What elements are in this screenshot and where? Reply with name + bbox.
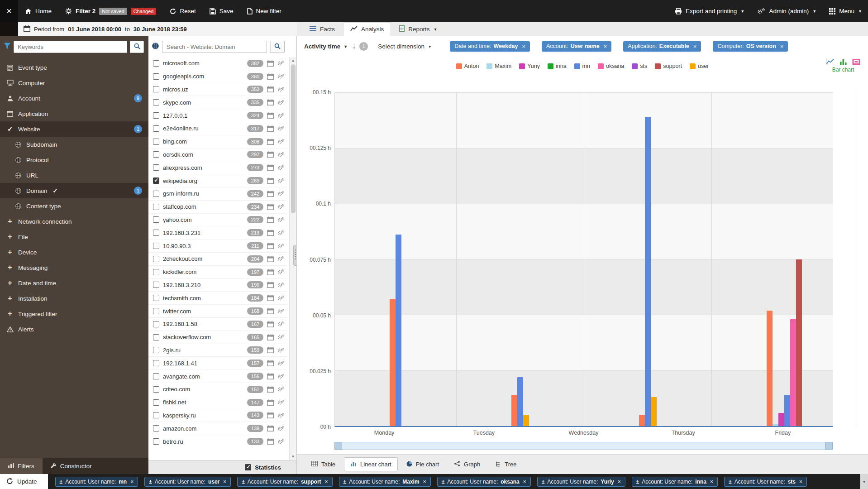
checkbox[interactable] [153, 151, 159, 158]
checkbox[interactable] [153, 164, 159, 171]
list-item[interactable]: criteo.com151 [148, 383, 287, 396]
calendar-icon[interactable] [267, 230, 274, 236]
tab-tree[interactable]: Tree [489, 457, 523, 472]
sort-direction-icon[interactable]: ↓ [352, 42, 356, 50]
checkbox[interactable] [153, 191, 159, 197]
account-chip-support[interactable]: ±Account: User name:support× [237, 477, 332, 487]
calendar-icon[interactable] [267, 334, 274, 340]
settings-gears-icon[interactable] [277, 295, 285, 301]
sidebar-item-messaging[interactable]: +Messaging [0, 260, 148, 275]
checkbox[interactable] [153, 399, 159, 406]
sidebar-item-subdomain[interactable]: Subdomain [0, 137, 148, 152]
scroll-down-icon[interactable]: ▾ [860, 474, 868, 489]
checkbox[interactable] [153, 60, 159, 67]
settings-gears-icon[interactable] [277, 360, 285, 366]
settings-gears-icon[interactable] [277, 230, 285, 236]
legend-item-mn[interactable]: mn [574, 63, 590, 69]
domain-search-input[interactable] [162, 41, 267, 53]
statistics-checkbox[interactable] [245, 464, 251, 470]
calendar-icon[interactable] [267, 191, 274, 197]
close-icon[interactable]: × [693, 43, 697, 50]
checkbox[interactable] [153, 73, 159, 80]
calendar-icon[interactable] [267, 347, 274, 353]
scroll-handle-right[interactable] [825, 442, 833, 450]
legend-item-support[interactable]: support [655, 63, 682, 69]
line-chart-icon[interactable] [825, 58, 835, 66]
list-item[interactable]: 10.90.90.3211 [148, 240, 287, 253]
close-button[interactable]: × [0, 0, 18, 22]
legend-item-user[interactable]: user [690, 63, 709, 69]
calendar-icon[interactable] [267, 282, 274, 288]
bar-mn-wednesday[interactable] [645, 117, 651, 426]
close-icon[interactable]: × [522, 43, 525, 50]
close-icon[interactable]: × [710, 479, 713, 485]
settings-gears-icon[interactable] [277, 399, 285, 405]
keywords-input[interactable] [14, 41, 127, 53]
checkbox[interactable] [153, 347, 159, 353]
checkbox[interactable] [153, 112, 159, 119]
checkbox[interactable] [153, 216, 159, 223]
settings-gears-icon[interactable] [277, 347, 285, 353]
sidebar-item-device[interactable]: +Device [0, 244, 148, 260]
checkbox[interactable] [153, 373, 159, 379]
settings-gears-icon[interactable] [277, 439, 285, 445]
list-item[interactable]: fishki.net147 [148, 396, 287, 409]
checkbox[interactable] [153, 230, 159, 236]
settings-gears-icon[interactable] [277, 191, 285, 197]
chart-horizontal-scrollbar[interactable] [334, 442, 833, 450]
list-item[interactable]: gsm-inform.ru242 [148, 187, 287, 201]
list-item[interactable]: amazon.com139 [148, 422, 287, 435]
calendar-icon[interactable] [267, 321, 274, 327]
scroll-up-icon[interactable]: ▲ [291, 57, 295, 64]
list-item[interactable]: aliexpress.com273 [148, 161, 287, 174]
checkbox[interactable] [153, 256, 159, 262]
combo-chart-icon[interactable] [852, 58, 861, 66]
account-chip-mn[interactable]: ±Account: User name:mn× [55, 477, 138, 487]
tab-filters[interactable]: Filters [0, 458, 43, 474]
checkbox[interactable] [153, 139, 159, 145]
checkbox[interactable] [153, 204, 159, 210]
tab-table[interactable]: Table [305, 457, 342, 471]
account-chip-sts[interactable]: ±Account: User name:sts× [724, 477, 807, 487]
settings-gears-icon[interactable] [277, 125, 285, 131]
settings-gears-icon[interactable] [277, 100, 285, 105]
sidebar-item-event-type[interactable]: Event type [0, 60, 148, 75]
calendar-icon[interactable] [267, 216, 274, 223]
account-chip-maxim[interactable]: ±Account: User name:Maxim× [339, 477, 431, 487]
legend-item-oksana[interactable]: oksana [598, 63, 624, 69]
calendar-icon[interactable] [267, 112, 274, 119]
settings-gears-icon[interactable] [277, 386, 285, 392]
close-icon[interactable]: × [523, 479, 526, 485]
list-item[interactable]: betro.ru133 [148, 435, 287, 448]
measure-select[interactable]: Activity time ▾ [304, 43, 347, 50]
close-icon[interactable]: × [618, 479, 621, 485]
tab-facts[interactable]: Facts [302, 22, 342, 36]
calendar-icon[interactable] [267, 243, 274, 249]
checkbox[interactable] [153, 295, 159, 301]
legend-item-inna[interactable]: inna [548, 63, 567, 69]
close-icon[interactable]: × [780, 43, 784, 50]
checkbox[interactable] [153, 438, 159, 445]
bar-mn-tuesday[interactable] [517, 377, 523, 426]
sidebar-item-protocol[interactable]: Protocol [0, 152, 148, 168]
list-item[interactable]: techsmith.com184 [148, 292, 287, 305]
calendar-icon[interactable] [267, 373, 274, 379]
sidebar-item-content-type[interactable]: Content type [0, 198, 148, 214]
checkbox[interactable] [153, 412, 159, 418]
sidebar-item-domain[interactable]: Domain✓1 [0, 183, 148, 198]
checkbox[interactable] [153, 386, 159, 393]
legend-item-sts[interactable]: sts [632, 63, 647, 69]
bar-yuriy-thursday[interactable] [778, 413, 784, 426]
period-selector[interactable]: Period from 01 June 2018 00:00 to 30 Jun… [18, 22, 297, 36]
close-icon[interactable]: × [325, 479, 328, 485]
sidebar-item-website[interactable]: ✓Website1 [0, 121, 148, 137]
calendar-icon[interactable] [267, 73, 274, 80]
checkbox[interactable] [153, 269, 159, 275]
sidebar-item-alerts[interactable]: Alerts [0, 321, 148, 337]
scrollbar-thumb[interactable] [291, 64, 296, 213]
settings-gears-icon[interactable] [277, 426, 285, 431]
sidebar-item-triggered-filter[interactable]: +Triggered filter [0, 306, 148, 321]
list-item[interactable]: staffcop.com234 [148, 201, 287, 214]
filter-button[interactable]: Filter 2 Not saved Changed [58, 0, 163, 22]
list-item[interactable]: 2gis.ru159 [148, 344, 287, 357]
